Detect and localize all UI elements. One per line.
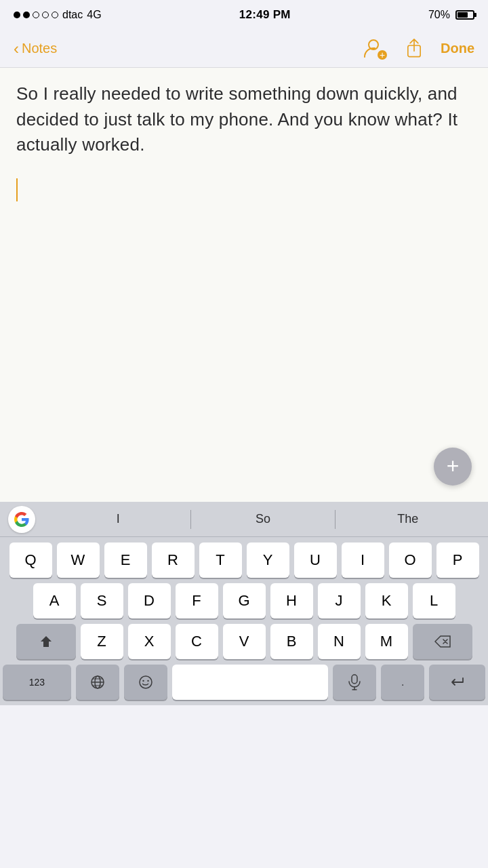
svg-text:+: + [380,50,385,60]
key-b[interactable]: B [270,624,313,659]
back-button[interactable]: ‹ Notes [14,41,57,57]
add-person-button[interactable]: + [363,37,388,61]
suggestion-2[interactable]: So [191,512,336,526]
key-s[interactable]: S [81,583,123,618]
signal-dot-4 [42,12,49,18]
keyboard-suggestions-bar: I So The [0,502,488,537]
suggestion-1[interactable]: I [46,512,190,526]
key-m[interactable]: M [365,624,408,659]
key-u[interactable]: U [294,542,337,578]
carrier-name: dtac [62,9,83,21]
suggestion-3[interactable]: The [336,512,480,526]
google-icon [8,506,35,533]
fab-add-button[interactable]: + [434,448,472,486]
key-row-3: Z X C V B N M [3,624,485,659]
nav-actions: + Done [363,37,474,61]
key-o[interactable]: O [389,542,432,578]
keyboard: Q W E R T Y U I O P A S D F G H J K L Z … [0,537,488,705]
fab-plus-icon: + [447,455,460,477]
signal-dots [14,12,58,18]
status-left: dtac 4G [14,9,102,21]
note-content-area[interactable]: So I really needed to write something do… [0,68,488,502]
signal-dot-3 [33,12,39,18]
key-row-2: A S D F G H J K L [3,583,485,618]
key-v[interactable]: V [223,624,266,659]
svg-rect-12 [352,675,357,684]
key-row-4: 123 [3,665,485,700]
delete-key[interactable] [413,624,472,659]
key-x[interactable]: X [128,624,171,659]
network-type: 4G [87,9,101,21]
key-c[interactable]: C [176,624,218,659]
shift-key[interactable] [16,624,76,659]
battery-percent: 70% [428,9,450,21]
key-d[interactable]: D [128,583,171,618]
key-q[interactable]: Q [9,542,52,578]
return-key[interactable] [429,665,485,700]
key-h[interactable]: H [270,583,313,618]
key-n[interactable]: N [318,624,361,659]
svg-point-9 [140,676,152,688]
battery-icon [455,10,474,20]
key-j[interactable]: J [318,583,361,618]
key-i[interactable]: I [342,542,384,578]
signal-dot-5 [52,12,58,18]
key-l[interactable]: L [413,583,455,618]
key-p[interactable]: P [436,542,479,578]
status-time: 12:49 PM [239,8,291,22]
space-key[interactable] [172,665,327,700]
emoji-key[interactable] [124,665,167,700]
text-cursor [16,178,18,201]
chevron-left-icon: ‹ [14,41,19,57]
numbers-key[interactable]: 123 [3,665,71,700]
status-bar: dtac 4G 12:49 PM 70% [0,0,488,30]
signal-dot-2 [23,12,30,18]
key-g[interactable]: G [223,583,266,618]
svg-point-10 [143,680,144,682]
key-t[interactable]: T [199,542,242,578]
mic-key[interactable] [333,665,376,700]
svg-point-11 [148,680,149,682]
period-key[interactable]: . [381,665,424,700]
back-label: Notes [22,41,57,56]
key-e[interactable]: E [104,542,147,578]
key-z[interactable]: Z [81,624,123,659]
key-w[interactable]: W [57,542,100,578]
done-button[interactable]: Done [441,41,474,56]
share-button[interactable] [404,39,424,59]
key-a[interactable]: A [33,583,76,618]
signal-dot-1 [14,12,20,18]
key-row-1: Q W E R T Y U I O P [3,542,485,578]
suggestions-list: I So The [46,510,480,529]
note-text: So I really needed to write something do… [16,81,472,158]
key-k[interactable]: K [365,583,408,618]
key-y[interactable]: Y [247,542,289,578]
globe-key[interactable] [76,665,119,700]
key-r[interactable]: R [152,542,195,578]
nav-bar: ‹ Notes + Done [0,30,488,68]
key-f[interactable]: F [176,583,218,618]
status-right: 70% [428,9,474,21]
